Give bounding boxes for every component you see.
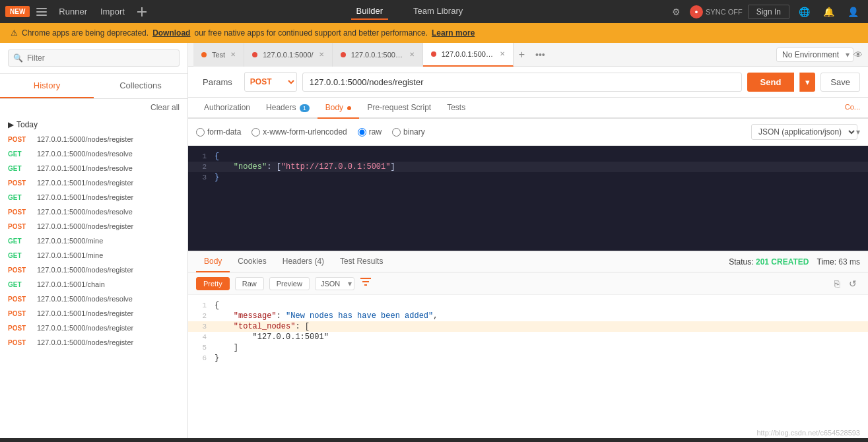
method-label: POST <box>8 208 32 216</box>
tab-dot <box>341 52 346 57</box>
svg-rect-5 <box>360 278 371 279</box>
headers-subtab[interactable]: Headers 1 <box>258 98 317 119</box>
tab-close-icon[interactable]: ✕ <box>230 51 236 58</box>
url-label: 127.0.0.1:5000/nodes/resolve <box>37 150 133 158</box>
body-subtab[interactable]: Body <box>317 98 360 119</box>
resp-json-select[interactable]: JSON <box>315 277 354 290</box>
list-item[interactable]: POST 127.0.0.1:5000/nodes/register <box>0 321 187 335</box>
tab-item[interactable]: Test ✕ <box>193 43 244 67</box>
import-button[interactable]: Import <box>95 4 130 19</box>
copy-response-button[interactable]: ⎘ <box>831 277 843 290</box>
more-tabs-button[interactable]: ••• <box>530 49 551 60</box>
list-item[interactable]: POST 127.0.0.1:5000/nodes/register <box>0 335 187 350</box>
list-item[interactable]: POST 127.0.0.1:5001/nodes/register <box>0 306 187 321</box>
resp-body-tab[interactable]: Body <box>196 251 230 272</box>
line-number: 2 <box>188 162 215 171</box>
settings-icon[interactable]: ⚙ <box>668 4 684 20</box>
preview-button[interactable]: Preview <box>269 277 310 290</box>
list-item[interactable]: GET 127.0.0.1:5001/chain <box>0 277 187 292</box>
sidebar-tabs: History Collections <box>0 74 187 99</box>
tab-item[interactable]: 127.0.0.1:5000/ ✕ <box>244 43 332 67</box>
resp-filter-icon[interactable] <box>357 276 374 290</box>
method-label: POST <box>8 310 32 317</box>
filter-input[interactable] <box>8 49 180 67</box>
urlencoded-option[interactable]: x-www-form-urlencoded <box>251 127 347 137</box>
send-dropdown-button[interactable]: ▾ <box>799 73 815 92</box>
list-item[interactable]: GET 127.0.0.1:5001/nodes/resolve <box>0 161 187 175</box>
list-item[interactable]: GET 127.0.0.1:5001/mine <box>0 248 187 263</box>
method-label: GET <box>8 150 32 158</box>
tab-close-icon[interactable]: ✕ <box>500 50 505 57</box>
collections-tab[interactable]: Collections <box>94 74 187 98</box>
tab-item[interactable]: 127.0.0.1:5000/nod ✕ <box>423 43 514 67</box>
json-type-select[interactable]: JSON (application/json) <box>751 124 857 140</box>
url-label: 127.0.0.1:5001/nodes/register <box>37 193 133 201</box>
new-button[interactable]: NEW <box>5 6 30 17</box>
notifications-icon[interactable]: 🔔 <box>819 4 838 20</box>
banner-text1: Chrome apps are being deprecated. <box>22 28 149 38</box>
add-tab-button[interactable]: + <box>514 49 530 61</box>
runner-button[interactable]: Runner <box>53 4 92 19</box>
user-icon[interactable]: 👤 <box>844 4 863 20</box>
tabs-bar: Test ✕ 127.0.0.1:5000/ ✕ 127.0.0.1:5000/… <box>188 43 868 67</box>
list-item[interactable]: POST 127.0.0.1:5000/nodes/register <box>0 132 187 146</box>
list-item[interactable]: GET 127.0.0.1:5000/nodes/resolve <box>0 146 187 161</box>
resp-headers-tab[interactable]: Headers (4) <box>275 251 332 272</box>
url-label: 127.0.0.1:5000/nodes/resolve <box>37 295 133 303</box>
binary-option[interactable]: binary <box>392 127 425 137</box>
method-label: POST <box>8 223 32 230</box>
url-input[interactable] <box>302 73 742 92</box>
search-icon: 🔍 <box>13 53 23 63</box>
team-library-link[interactable]: Team Library <box>408 3 468 20</box>
send-button[interactable]: Send <box>747 73 795 92</box>
environment-select[interactable]: No Environment <box>776 47 853 62</box>
resp-cookies-tab[interactable]: Cookies <box>230 251 274 272</box>
resp-line-content: { <box>215 301 219 310</box>
url-label: 127.0.0.1:5000/nodes/register <box>37 266 133 274</box>
list-item[interactable]: GET 127.0.0.1:5000/mine <box>0 234 187 248</box>
env-eye-button[interactable]: 👁 <box>853 49 863 60</box>
authorization-subtab[interactable]: Authorization <box>196 98 258 119</box>
params-button[interactable]: Params <box>196 73 239 91</box>
tab-item[interactable]: 127.0.0.1:5000/tran ✕ <box>333 43 423 67</box>
resp-test-results-tab[interactable]: Test Results <box>332 251 391 272</box>
time-label: Time: 63 ms <box>817 257 860 267</box>
new-tab-button[interactable] <box>133 4 151 20</box>
learn-more-link[interactable]: Learn more <box>432 28 475 38</box>
resp-line-number: 1 <box>188 301 215 309</box>
prerequest-subtab[interactable]: Pre-request Script <box>359 98 439 119</box>
method-label: POST <box>8 179 32 187</box>
list-item[interactable]: POST 127.0.0.1:5001/nodes/register <box>0 175 187 190</box>
builder-link[interactable]: Builder <box>351 3 388 20</box>
tab-close-icon[interactable]: ✕ <box>319 51 324 58</box>
form-data-option[interactable]: form-data <box>196 127 241 137</box>
globe-icon[interactable]: 🌐 <box>795 4 814 20</box>
method-label: POST <box>8 296 32 303</box>
raw-option[interactable]: raw <box>358 127 382 137</box>
save-button[interactable]: Save <box>820 73 860 92</box>
url-label: 127.0.0.1:5001/nodes/register <box>37 309 133 317</box>
sign-in-button[interactable]: Sign In <box>748 5 789 19</box>
deprecation-banner: ⚠ Chrome apps are being deprecated. Down… <box>0 23 868 43</box>
list-item[interactable]: POST 127.0.0.1:5000/nodes/resolve <box>0 205 187 219</box>
clear-response-button[interactable]: ↺ <box>846 277 860 290</box>
resp-code-line: 3 "total_nodes": [ <box>188 321 868 332</box>
clear-all-button[interactable]: Clear all <box>150 103 180 112</box>
history-tab[interactable]: History <box>0 74 94 98</box>
response-body-options: Pretty Raw Preview JSON ▾ ⎘ ↺ <box>188 272 868 295</box>
method-select[interactable]: POST <box>244 72 297 92</box>
svg-rect-7 <box>364 284 367 286</box>
resp-line-content: ] <box>215 343 238 352</box>
list-item[interactable]: POST 127.0.0.1:5000/nodes/register <box>0 219 187 234</box>
raw-button[interactable]: Raw <box>235 277 264 290</box>
tests-subtab[interactable]: Tests <box>439 98 473 119</box>
svg-rect-6 <box>362 281 369 282</box>
tab-close-icon[interactable]: ✕ <box>409 51 415 58</box>
pretty-button[interactable]: Pretty <box>196 277 230 290</box>
resp-code-line: 2 "message": "New nodes has have been ad… <box>188 311 868 321</box>
list-item[interactable]: POST 127.0.0.1:5000/nodes/register <box>0 263 187 277</box>
download-link[interactable]: Download <box>152 28 190 38</box>
list-item[interactable]: POST 127.0.0.1:5000/nodes/resolve <box>0 292 187 306</box>
sidebar-toggle-button[interactable] <box>32 5 51 18</box>
list-item[interactable]: GET 127.0.0.1:5001/nodes/register <box>0 190 187 205</box>
